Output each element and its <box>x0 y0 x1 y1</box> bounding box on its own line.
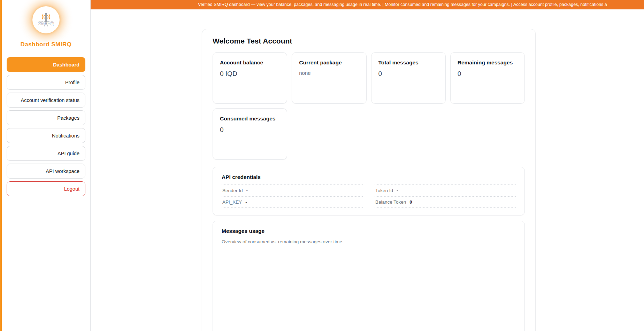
messages-usage-title: Messages usage <box>222 228 516 234</box>
credential-sender-id: Sender Id - <box>222 184 363 196</box>
sidebar-item-account-verification-status[interactable]: Account verification status <box>7 93 85 108</box>
stat-value: none <box>299 70 359 76</box>
credential-label: Sender Id <box>222 188 243 193</box>
credential-token-id: Token Id - <box>375 184 516 196</box>
credential-value: 0 <box>409 199 412 205</box>
stat-card-current-package: Current package none <box>292 52 366 104</box>
credential-balance-token: Balance Token 0 <box>375 196 516 208</box>
credential-api-key: API_KEY - <box>222 196 363 208</box>
sidebar-item-profile[interactable]: Profile <box>7 75 85 90</box>
credential-value: - <box>246 188 248 193</box>
sidebar-item-api-workspace[interactable]: API workspace <box>7 164 85 179</box>
sidebar-item-api-guide[interactable]: API guide <box>7 146 85 161</box>
credential-label: Balance Token <box>375 199 406 205</box>
announcement-bar: Verified SMIRQ dashboard — view your bal… <box>91 0 644 9</box>
stat-value: 0 <box>220 126 280 134</box>
main-content: Verified SMIRQ dashboard — view your bal… <box>91 0 644 331</box>
credential-value: - <box>245 199 247 205</box>
stats-grid: Account balance 0 IQD Current package no… <box>213 52 525 160</box>
logo: SMIRQ <box>2 6 90 33</box>
stat-value: 0 <box>378 70 438 78</box>
credential-value: - <box>397 188 398 193</box>
stat-value: 0 <box>458 70 518 78</box>
sidebar-nav: Dashboard Profile Account verification s… <box>2 57 90 196</box>
messages-usage-subtitle: Overview of consumed vs. remaining messa… <box>222 239 516 244</box>
api-credentials-grid: Sender Id - Token Id - API_KEY - Balance… <box>222 184 516 208</box>
dashboard-panel: Welcome Test Account Account balance 0 I… <box>202 29 536 331</box>
stat-title: Total messages <box>378 59 438 66</box>
logo-text: SMIRQ <box>38 21 54 26</box>
logo-badge: SMIRQ <box>32 6 60 33</box>
credential-label: Token Id <box>375 188 393 193</box>
stat-title: Account balance <box>220 59 280 66</box>
api-credentials-title: API credentials <box>222 174 516 180</box>
stat-card-account-balance: Account balance 0 IQD <box>213 52 287 104</box>
logout-button[interactable]: Logout <box>7 181 85 196</box>
stat-card-consumed-messages: Consumed messages 0 <box>213 108 287 160</box>
stat-title: Remaining messages <box>458 59 518 66</box>
announcement-text: Verified SMIRQ dashboard — view your bal… <box>198 2 607 7</box>
antenna-icon: SMIRQ <box>35 9 57 31</box>
stat-value: 0 IQD <box>220 70 280 78</box>
app-title: Dashbord SMIRQ <box>2 41 90 48</box>
api-credentials-card: API credentials Sender Id - Token Id - A… <box>213 167 525 215</box>
sidebar-item-notifications[interactable]: Notifications <box>7 128 85 143</box>
stat-card-remaining-messages: Remaining messages 0 <box>450 52 525 104</box>
stat-title: Current package <box>299 59 359 66</box>
welcome-heading: Welcome Test Account <box>213 37 525 45</box>
messages-usage-card: Messages usage Overview of consumed vs. … <box>213 221 525 331</box>
credential-label: API_KEY <box>222 199 242 205</box>
sidebar-item-dashboard[interactable]: Dashboard <box>7 57 85 72</box>
sidebar: SMIRQ Dashbord SMIRQ Dashboard Profile A… <box>2 0 91 331</box>
stat-card-total-messages: Total messages 0 <box>371 52 446 104</box>
stat-title: Consumed messages <box>220 115 280 122</box>
sidebar-item-packages[interactable]: Packages <box>7 110 85 125</box>
